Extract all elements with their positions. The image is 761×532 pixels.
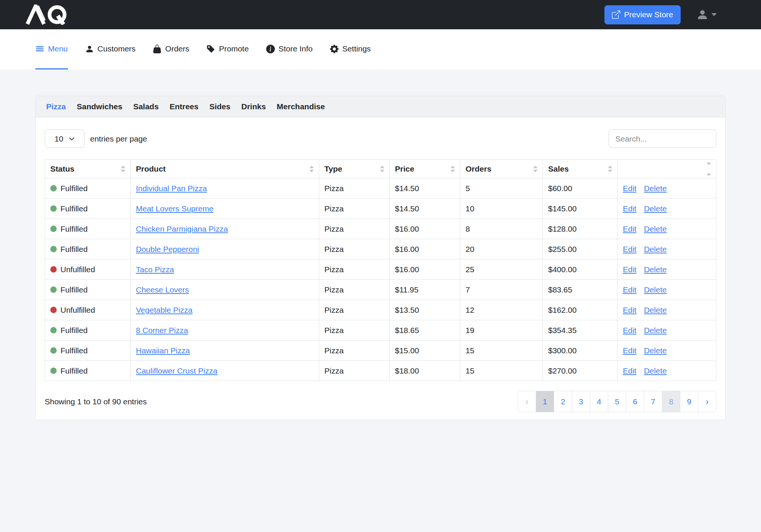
product-link[interactable]: 8 Corner Pizza (136, 326, 188, 335)
actions-cell: EditDelete (618, 341, 716, 361)
tab-drinks[interactable]: Drinks (240, 101, 267, 112)
delete-link[interactable]: Delete (644, 245, 667, 253)
product-link[interactable]: Hawaiian Pizza (136, 346, 190, 355)
status-dot-unfulfilled (50, 307, 57, 313)
column-header-status[interactable]: Status (45, 160, 131, 178)
pagination-prev-button[interactable]: ‹ (518, 391, 536, 412)
pagination-page-6[interactable]: 6 (626, 391, 644, 412)
actions-cell: EditDelete (618, 300, 716, 320)
sort-arrows-icon (533, 166, 538, 172)
store-logo[interactable] (26, 0, 71, 29)
product-link[interactable]: Vegetable Pizza (136, 306, 193, 314)
page-size-select[interactable]: 10 (45, 130, 84, 148)
tab-sandwiches[interactable]: Sandwiches (75, 101, 124, 112)
column-header-type[interactable]: Type (319, 160, 390, 178)
product-link[interactable]: Cheese Lovers (136, 285, 189, 294)
search-input[interactable] (609, 130, 716, 148)
actions-cell: EditDelete (618, 239, 716, 259)
delete-link[interactable]: Delete (644, 225, 667, 233)
type-cell: Pizza (319, 178, 390, 199)
orders-cell: 8 (460, 219, 543, 239)
pagination-page-1[interactable]: 1 (536, 391, 554, 412)
product-link[interactable]: Taco Pizza (136, 265, 174, 274)
nav-item-orders[interactable]: Orders (153, 29, 189, 69)
actions-cell: EditDelete (618, 280, 716, 300)
pagination-page-8[interactable]: 8 (662, 391, 680, 412)
nav-item-settings[interactable]: Settings (330, 29, 371, 69)
actions-cell: EditDelete (618, 259, 716, 280)
pagination-next-button[interactable]: › (698, 391, 716, 412)
tab-entrees[interactable]: Entrees (168, 101, 200, 112)
edit-link[interactable]: Edit (623, 346, 636, 355)
column-header-sales[interactable]: Sales (543, 160, 618, 178)
delete-link[interactable]: Delete (644, 306, 667, 314)
tab-sides[interactable]: Sides (208, 101, 232, 112)
pagination-page-4[interactable]: 4 (590, 391, 608, 412)
nav-item-menu[interactable]: Menu (35, 29, 68, 69)
status-label: Fulfilled (60, 326, 87, 335)
column-header-product[interactable]: Product (131, 160, 319, 178)
pagination: ‹123456789› (518, 391, 716, 412)
column-header-price[interactable]: Price (390, 160, 460, 178)
pagination-page-9[interactable]: 9 (680, 391, 698, 412)
product-link[interactable]: Double Pepperoni (136, 245, 199, 253)
status-label: Fulfilled (60, 245, 87, 254)
product-cell: Taco Pizza (131, 259, 319, 280)
delete-link[interactable]: Delete (644, 184, 667, 193)
sales-cell: $400.00 (543, 259, 618, 280)
table-footer: Showing 1 to 10 of 90 entries ‹123456789… (45, 391, 716, 412)
page-size-value: 10 (54, 134, 63, 143)
delete-link[interactable]: Delete (644, 326, 667, 335)
nav-item-store-info[interactable]: Store Info (266, 29, 313, 69)
pagination-page-3[interactable]: 3 (572, 391, 590, 412)
tab-salads[interactable]: Salads (132, 101, 160, 112)
edit-link[interactable]: Edit (623, 184, 636, 193)
edit-link[interactable]: Edit (623, 285, 636, 294)
orders-cell: 10 (460, 199, 543, 219)
sort-arrows-icon (309, 166, 314, 172)
edit-link[interactable]: Edit (623, 265, 636, 274)
product-link[interactable]: Chicken Parmigiana Pizza (136, 225, 228, 233)
column-header-orders[interactable]: Orders (460, 160, 543, 178)
nav-item-promote[interactable]: Promote (206, 29, 249, 69)
status-dot-fulfilled (50, 286, 57, 293)
edit-link[interactable]: Edit (623, 306, 636, 314)
product-cell: Individual Pan Pizza (131, 178, 319, 199)
pagination-page-2[interactable]: 2 (554, 391, 572, 412)
delete-link[interactable]: Delete (644, 265, 667, 274)
type-cell: Pizza (319, 320, 390, 341)
status-dot-fulfilled (50, 327, 57, 333)
product-link[interactable]: Individual Pan Pizza (136, 184, 207, 193)
type-cell: Pizza (319, 280, 390, 300)
status-cell: Fulfilled (45, 219, 131, 239)
edit-link[interactable]: Edit (623, 204, 636, 213)
type-cell: Pizza (319, 300, 390, 320)
edit-link[interactable]: Edit (623, 225, 636, 233)
product-link[interactable]: Cauliflower Crust Pizza (136, 366, 217, 375)
price-cell: $16.00 (390, 259, 460, 280)
delete-link[interactable]: Delete (644, 204, 667, 213)
status-cell: Fulfilled (45, 178, 131, 199)
preview-store-button[interactable]: Preview Store (604, 5, 681, 24)
orders-cell: 7 (460, 280, 543, 300)
nav-item-customers[interactable]: Customers (85, 29, 136, 69)
edit-link[interactable]: Edit (623, 326, 636, 335)
pagination-page-7[interactable]: 7 (644, 391, 662, 412)
delete-link[interactable]: Delete (644, 285, 667, 294)
delete-link[interactable]: Delete (644, 366, 667, 375)
edit-link[interactable]: Edit (623, 245, 636, 253)
entries-per-page-label: entries per page (90, 134, 147, 143)
pagination-page-5[interactable]: 5 (608, 391, 626, 412)
top-header: Preview Store (0, 0, 761, 29)
tab-pizza[interactable]: Pizza (45, 101, 68, 112)
edit-link[interactable]: Edit (623, 366, 636, 375)
account-menu[interactable] (696, 9, 717, 21)
delete-link[interactable]: Delete (644, 346, 667, 355)
price-cell: $16.00 (390, 239, 460, 259)
product-link[interactable]: Meat Lovers Supreme (136, 204, 214, 213)
entries-summary: Showing 1 to 10 of 90 entries (45, 397, 147, 406)
column-header-actions[interactable] (618, 160, 716, 178)
type-cell: Pizza (319, 341, 390, 361)
product-cell: 8 Corner Pizza (131, 320, 319, 341)
tab-merchandise[interactable]: Merchandise (275, 101, 326, 112)
